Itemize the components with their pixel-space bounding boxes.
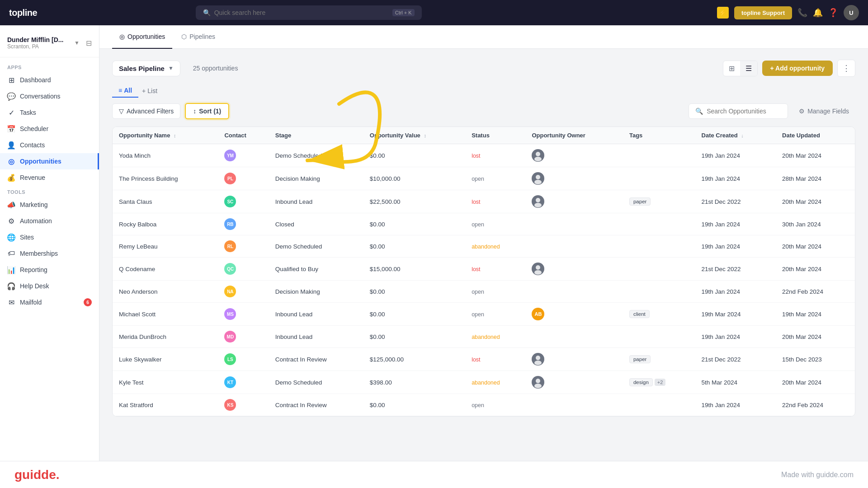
- sidebar-item-label: Mailfold: [20, 299, 42, 306]
- sidebar-item-helpdesk[interactable]: 🎧 Help Desk: [0, 278, 99, 294]
- cell-status: lost: [465, 258, 525, 281]
- sidebar-item-mailfold[interactable]: ✉ Mailfold 6: [0, 294, 99, 310]
- table-row[interactable]: The Princess Building PL Decision Making…: [113, 167, 855, 190]
- advanced-filters-button[interactable]: ▽ Advanced Filters: [112, 103, 180, 119]
- workspace-location: Scranton, PA: [7, 43, 63, 50]
- svg-point-4: [536, 198, 540, 202]
- workspace-selector[interactable]: Dunder Mifflin [D... Scranton, PA ▼ ⊟: [0, 33, 99, 57]
- sidebar-item-dashboard[interactable]: ⊞ Dashboard: [0, 72, 99, 88]
- cell-tags: client: [623, 303, 695, 326]
- table-row[interactable]: Kat Stratford KS Contract In Review $0.0…: [113, 394, 855, 416]
- table-row[interactable]: Rocky Balboa RB Closed $0.00 open 19th J…: [113, 213, 855, 235]
- pipeline-selector[interactable]: Sales Pipeline ▼: [112, 61, 180, 76]
- manage-fields-button[interactable]: ⚙ Manage Fields: [793, 104, 855, 118]
- sidebar-item-revenue[interactable]: 💰 Revenue: [0, 169, 99, 186]
- sidebar: Dunder Mifflin [D... Scranton, PA ▼ ⊟ Ap…: [0, 25, 99, 488]
- sidebar-item-marketing[interactable]: 📣 Marketing: [0, 197, 99, 213]
- contacts-icon: 👤: [7, 141, 15, 149]
- filter-label: Advanced Filters: [127, 108, 174, 115]
- sidebar-item-label: Scheduler: [20, 125, 48, 132]
- cell-stage: Closed: [269, 213, 363, 235]
- status-badge: open: [472, 402, 484, 408]
- cell-owner: [525, 394, 623, 416]
- tags-extra-badge: +2: [655, 379, 666, 386]
- cell-tags: [623, 213, 695, 235]
- table-row[interactable]: Q Codename QC Qualified to Buy $15,000.0…: [113, 258, 855, 281]
- toolbar-right: ⊞ ☰ + Add opportunity ⋮: [723, 60, 855, 77]
- support-button[interactable]: topline Support: [734, 6, 792, 19]
- cell-value: $0.00: [363, 326, 465, 348]
- cell-date-created: 19th Jan 2024: [695, 281, 776, 303]
- sidebar-item-reporting[interactable]: 📊 Reporting: [0, 262, 99, 278]
- cell-date-updated: 20th Mar 2024: [776, 235, 855, 258]
- cell-name: Rocky Balboa: [113, 213, 218, 235]
- sidebar-item-label: Marketing: [20, 201, 47, 208]
- list-view-button[interactable]: ☰: [740, 61, 757, 76]
- cell-value: $10,000.00: [363, 167, 465, 190]
- table-row[interactable]: Luke Skywalker LS Contract In Review $12…: [113, 348, 855, 371]
- table-row[interactable]: Merida DunBroch MD Inbound Lead $0.00 ab…: [113, 326, 855, 348]
- cell-contact: YM: [218, 144, 269, 167]
- manage-fields-label: Manage Fields: [807, 108, 849, 115]
- contact-avatar: QC: [224, 263, 236, 275]
- contact-avatar: MD: [224, 331, 236, 343]
- bell-icon[interactable]: 🔔: [813, 8, 823, 18]
- sidebar-item-scheduler[interactable]: 📅 Scheduler: [0, 121, 99, 137]
- sidebar-item-sites[interactable]: 🌐 Sites: [0, 229, 99, 245]
- cell-date-updated: 20th Mar 2024: [776, 326, 855, 348]
- table-row[interactable]: Neo Anderson NA Decision Making $0.00 op…: [113, 281, 855, 303]
- list-tab-all[interactable]: ≡ All: [112, 84, 138, 98]
- cell-stage: Qualified to Buy: [269, 258, 363, 281]
- sidebar-item-tasks[interactable]: ✓ Tasks: [0, 104, 99, 121]
- cell-tags: [623, 258, 695, 281]
- layout-toggle-icon[interactable]: ⊟: [86, 39, 92, 47]
- table-row[interactable]: Santa Claus SC Inbound Lead $22,500.00 l…: [113, 190, 855, 213]
- cell-status: open: [465, 281, 525, 303]
- cell-owner: [525, 371, 623, 394]
- help-icon[interactable]: ❓: [828, 8, 838, 18]
- cell-date-updated: 20th Mar 2024: [776, 258, 855, 281]
- svg-point-10: [536, 379, 540, 383]
- sidebar-item-contacts[interactable]: 👤 Contacts: [0, 137, 99, 153]
- dashboard-icon: ⊞: [7, 76, 15, 84]
- watermark-bar: guidde. Made with guidde.com: [0, 461, 868, 488]
- cell-owner: [525, 190, 623, 213]
- sidebar-item-opportunities[interactable]: ◎ Opportunities: [0, 153, 99, 169]
- phone-icon[interactable]: 📞: [797, 8, 807, 18]
- grid-view-button[interactable]: ⊞: [723, 61, 740, 76]
- lightning-icon[interactable]: ⚡: [717, 7, 729, 19]
- status-badge: abandoned: [472, 334, 500, 340]
- table-header-row: Opportunity Name ↕ Contact Stage Opportu…: [113, 127, 855, 144]
- more-options-button[interactable]: ⋮: [837, 60, 855, 77]
- sidebar-item-automation[interactable]: ⚙ Automation: [0, 213, 99, 229]
- add-opportunity-button[interactable]: + Add opportunity: [762, 61, 833, 76]
- search-opportunities-input[interactable]: [707, 108, 779, 115]
- cell-tags: [623, 326, 695, 348]
- sort-button[interactable]: ↕ Sort (1): [185, 103, 229, 119]
- global-search-input[interactable]: [214, 9, 389, 16]
- table-row[interactable]: Yoda Minch YM Demo Scheduled $0.00 lost …: [113, 144, 855, 167]
- sidebar-item-label: Tasks: [20, 109, 36, 116]
- table-row[interactable]: Kyle Test KT Demo Scheduled $398.00 aban…: [113, 371, 855, 394]
- opportunity-count: 25 opportunities: [193, 65, 238, 72]
- cell-status: abandoned: [465, 326, 525, 348]
- status-badge: open: [472, 289, 484, 295]
- view-toggle: ⊞ ☰: [723, 61, 758, 76]
- cell-tags: [623, 235, 695, 258]
- sidebar-item-conversations[interactable]: 💬 Conversations: [0, 88, 99, 104]
- mailfold-badge: 6: [84, 298, 92, 306]
- cell-stage: Demo Scheduled: [269, 144, 363, 167]
- global-search[interactable]: 🔍 Ctrl + K: [196, 5, 422, 20]
- user-avatar[interactable]: U: [844, 5, 859, 20]
- sidebar-item-memberships[interactable]: 🏷 Memberships: [0, 245, 99, 262]
- cell-stage: Demo Scheduled: [269, 235, 363, 258]
- cell-tags: [623, 281, 695, 303]
- table-row[interactable]: Remy LeBeau RL Demo Scheduled $0.00 aban…: [113, 235, 855, 258]
- search-opportunities-field[interactable]: 🔍: [689, 103, 788, 119]
- settings-icon: ⚙: [799, 108, 805, 115]
- cell-name: Remy LeBeau: [113, 235, 218, 258]
- table-row[interactable]: Michael Scott MS Inbound Lead $0.00 open…: [113, 303, 855, 326]
- tab-opportunities[interactable]: ◎ Opportunities: [112, 25, 172, 49]
- tab-pipelines[interactable]: ⬡ Pipelines: [174, 25, 222, 49]
- add-list-button[interactable]: + List: [142, 87, 157, 94]
